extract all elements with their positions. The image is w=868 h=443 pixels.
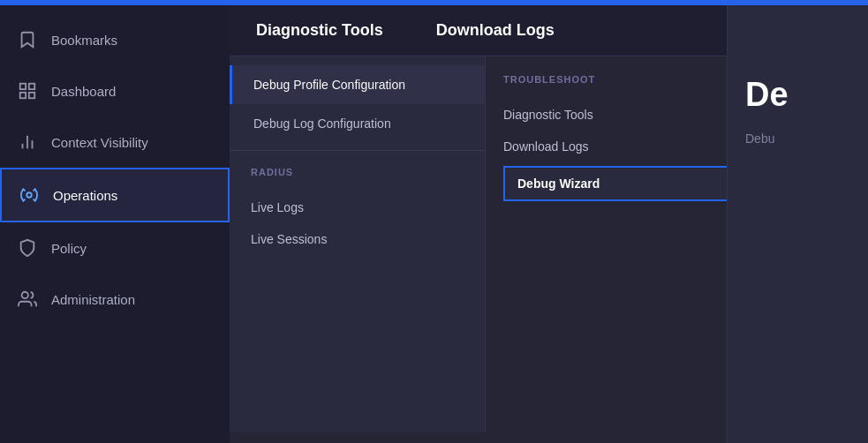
tab-download-logs[interactable]: Download Logs xyxy=(410,5,581,56)
svg-point-7 xyxy=(26,192,32,198)
main-container: Bookmarks Dashboard Context Visibility xyxy=(0,5,868,443)
svg-rect-2 xyxy=(20,93,26,98)
divider xyxy=(230,150,485,151)
sidebar-item-context-visibility[interactable]: Context Visibility xyxy=(0,116,230,168)
admin-icon xyxy=(18,289,37,309)
sidebar-item-dashboard-label: Dashboard xyxy=(51,84,116,99)
sidebar-item-operations[interactable]: Operations xyxy=(0,168,230,222)
svg-point-12 xyxy=(22,292,28,298)
sidebar-item-bookmarks-label: Bookmarks xyxy=(51,33,117,48)
sidebar-item-policy-label: Policy xyxy=(51,241,87,256)
svg-rect-3 xyxy=(29,93,34,98)
policy-icon xyxy=(18,238,37,258)
sidebar-item-operations-label: Operations xyxy=(53,188,117,203)
sidebar-item-context-label: Context Visibility xyxy=(51,135,148,150)
dropdown-area: Diagnostic Tools Download Logs Debug Pro… xyxy=(230,5,868,443)
radius-live-logs[interactable]: Live Logs xyxy=(251,191,467,223)
tab-diagnostic-tools[interactable]: Diagnostic Tools xyxy=(230,5,410,56)
diagnostic-item-debug-log[interactable]: Debug Log Configuration xyxy=(230,104,485,143)
operations-icon xyxy=(19,185,39,205)
dashboard-icon xyxy=(18,81,37,101)
partial-title: De xyxy=(745,76,850,114)
sidebar-item-dashboard[interactable]: Dashboard xyxy=(0,65,230,116)
sidebar-item-bookmarks[interactable]: Bookmarks xyxy=(0,14,230,65)
sidebar-item-administration[interactable]: Administration xyxy=(0,274,230,325)
sidebar-item-policy[interactable]: Policy xyxy=(0,222,230,274)
svg-rect-0 xyxy=(20,84,26,89)
partial-subtitle: Debu xyxy=(745,131,850,146)
dropdown-body: Debug Profile Configuration Debug Log Co… xyxy=(230,56,868,432)
right-partial-view: De Debu xyxy=(727,5,868,443)
radius-section-label: RADIUS xyxy=(251,167,467,177)
context-icon xyxy=(18,132,37,152)
sidebar: Bookmarks Dashboard Context Visibility xyxy=(0,5,230,443)
bookmark-icon xyxy=(18,30,37,49)
diagnostic-column: Debug Profile Configuration Debug Log Co… xyxy=(230,56,486,432)
svg-rect-1 xyxy=(29,84,34,89)
diagnostic-item-debug-profile[interactable]: Debug Profile Configuration xyxy=(230,65,485,104)
sidebar-item-administration-label: Administration xyxy=(51,292,135,307)
radius-live-sessions[interactable]: Live Sessions xyxy=(251,223,467,255)
